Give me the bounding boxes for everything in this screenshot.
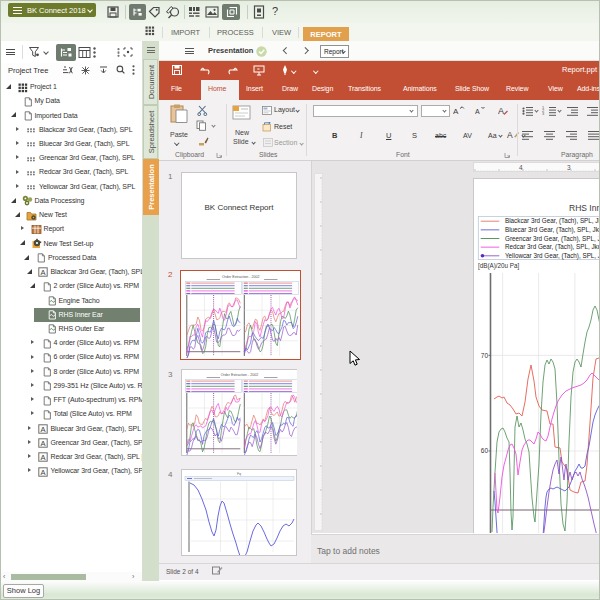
svg-text:A: A [40,467,45,476]
svg-text:Redcar 3rd Gear, (Tach), SPL,: Redcar 3rd Gear, (Tach), SPL, Jku [505,243,600,251]
svg-text:RHS Inner Ear: RHS Inner Ear [569,203,600,213]
svg-text:70: 70 [481,352,489,359]
svg-text:60: 60 [481,447,489,454]
svg-text:A: A [40,268,45,277]
svg-text:[dB(A)/20u Pa]: [dB(A)/20u Pa] [478,262,520,270]
svg-text:Order Extraction - 2002: Order Extraction - 2002 [221,373,258,377]
svg-text:Greencar 3rd Gear, (Tach), SPL: Greencar 3rd Gear, (Tach), SPL, Jk [505,235,600,243]
svg-text:A: A [453,107,459,116]
svg-text:A: A [40,425,45,434]
svg-text:A: A [498,106,504,116]
svg-text:A: A [40,453,45,462]
svg-text:Yellowcar 3rd Gear, (Tach), SP: Yellowcar 3rd Gear, (Tach), SPL, J [505,252,600,260]
svg-text:A: A [475,108,480,115]
svg-text:Order Extraction - 2002: Order Extraction - 2002 [222,275,259,279]
svg-text:A: A [40,439,45,448]
svg-text:Bluecar 3rd Gear, (Tach), SPL,: Bluecar 3rd Gear, (Tach), SPL, Jku [505,226,600,234]
svg-text:A: A [507,130,513,140]
svg-text:Blackcar 3rd Gear, (Tach), SPL: Blackcar 3rd Gear, (Tach), SPL, Jku [505,217,600,225]
